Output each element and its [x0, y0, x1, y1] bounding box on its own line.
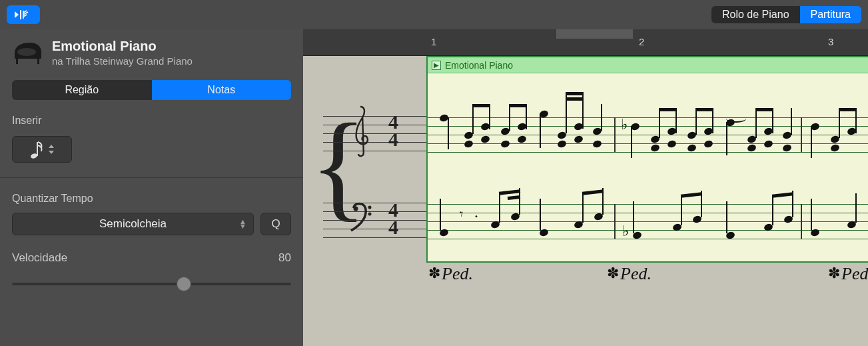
- svg-marker-8: [49, 151, 54, 154]
- pedal-mark: ✽Ped.: [828, 264, 868, 284]
- bar-number: 3: [828, 36, 833, 47]
- velocity-label: Velocidade: [12, 251, 67, 265]
- bar-number: 2: [639, 36, 644, 47]
- tab-notes[interactable]: Notas: [152, 80, 292, 100]
- svg-point-11: [368, 213, 372, 216]
- inspector-panel: Emotional Piano na Trilha Steinway Grand…: [0, 29, 303, 346]
- pedal-mark: ✽✽Ped.Ped.: [428, 264, 473, 284]
- track-header: Emotional Piano na Trilha Steinway Grand…: [12, 39, 291, 67]
- select-arrows-icon: ▲▼: [239, 219, 246, 229]
- pedal-mark: ✽Ped.: [607, 264, 651, 284]
- tab-piano-roll[interactable]: Rolo de Piano: [711, 6, 800, 23]
- quantize-now-button[interactable]: Q: [260, 213, 291, 235]
- bar-ruler[interactable]: 1 2 3: [303, 29, 868, 56]
- svg-rect-2: [16, 59, 18, 64]
- quantize-value-text: Semicolcheia: [99, 217, 167, 231]
- insert-note-value-picker[interactable]: [12, 136, 72, 163]
- midi-region[interactable]: ▶ Emotional Piano: [426, 56, 868, 263]
- barline: [801, 204, 802, 239]
- region-header[interactable]: ▶ Emotional Piano: [428, 57, 868, 73]
- barline: [801, 117, 802, 152]
- catch-playhead-icon: [13, 9, 33, 21]
- svg-rect-6: [37, 142, 38, 156]
- tab-region[interactable]: Região: [12, 80, 152, 100]
- quantize-label: Quantizar Tempo: [12, 193, 291, 205]
- svg-point-9: [354, 207, 358, 211]
- catch-playhead-button[interactable]: [7, 5, 40, 24]
- velocity-slider[interactable]: [12, 277, 291, 290]
- track-subtitle: na Trilha Steinway Grand Piano: [52, 55, 193, 67]
- sixteenth-note-icon: [29, 139, 44, 159]
- barline: [614, 204, 616, 239]
- time-signature-treble: 4 4: [388, 113, 398, 148]
- insert-label: Inserir: [12, 115, 291, 127]
- time-sig-den: 4: [388, 219, 398, 236]
- score-margin: { 4 4 4 4: [303, 56, 426, 346]
- stepper-arrows-icon: [48, 144, 55, 155]
- tab-score[interactable]: Partitura: [800, 6, 861, 23]
- cycle-region[interactable]: [556, 29, 633, 39]
- svg-marker-7: [49, 145, 54, 148]
- velocity-value: 80: [278, 251, 291, 265]
- view-mode-tabs: Rolo de Piano Partitura: [711, 6, 861, 23]
- svg-rect-3: [37, 59, 39, 64]
- region-loop-icon: ▶: [432, 61, 441, 70]
- svg-point-10: [368, 206, 372, 209]
- bass-clef-icon: [348, 201, 375, 233]
- slider-track: [12, 283, 291, 285]
- track-title: Emotional Piano: [52, 39, 193, 54]
- barline: [614, 117, 616, 152]
- inspector-mode-tabs: Região Notas: [12, 80, 291, 100]
- svg-point-4: [17, 48, 36, 56]
- svg-marker-0: [15, 11, 19, 18]
- time-signature-bass: 4 4: [388, 201, 398, 236]
- editor-toolbar: Rolo de Piano Partitura: [0, 0, 868, 29]
- time-sig-den: 4: [388, 131, 398, 148]
- quantize-value-select[interactable]: Semicolcheia ▲▼: [12, 213, 254, 235]
- divider: [0, 177, 303, 178]
- slider-thumb[interactable]: [177, 277, 191, 291]
- bar-number: 1: [431, 36, 436, 47]
- treble-clef-icon: [344, 104, 376, 157]
- grand-piano-icon: [12, 39, 44, 65]
- score-view[interactable]: 1 2 3 { 4 4: [303, 29, 868, 346]
- region-name: Emotional Piano: [445, 60, 513, 71]
